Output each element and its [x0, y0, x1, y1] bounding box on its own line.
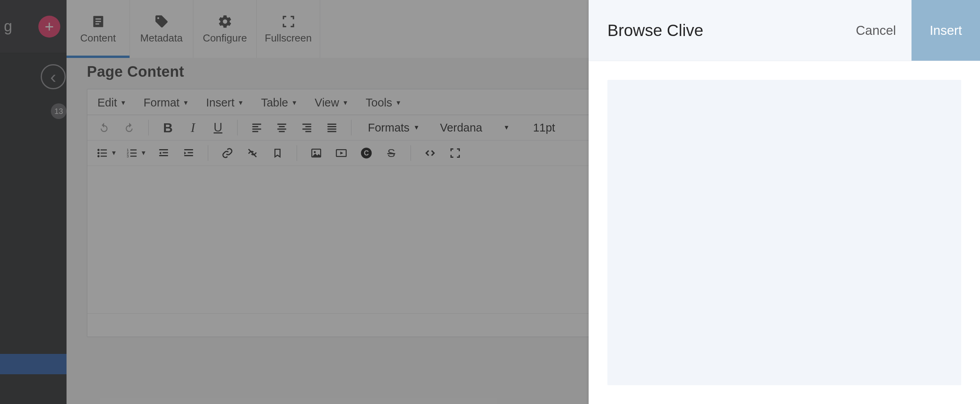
tab-label: Configure	[203, 32, 247, 44]
tab-label: Content	[80, 32, 116, 44]
source-code-button[interactable]	[422, 144, 438, 162]
link-button[interactable]	[219, 144, 236, 162]
caret-down-icon: ▼	[141, 150, 147, 157]
menu-view[interactable]: View▼	[315, 96, 348, 109]
document-icon	[91, 14, 106, 29]
svg-rect-20	[187, 152, 193, 153]
svg-text:3: 3	[127, 154, 129, 158]
insert-button[interactable]: Insert	[912, 0, 980, 61]
svg-point-23	[313, 151, 315, 153]
italic-button[interactable]: I	[185, 119, 201, 136]
tab-fullscreen[interactable]: Fullscreen	[257, 0, 320, 58]
strikethrough-button[interactable]: S	[383, 144, 400, 162]
svg-rect-16	[159, 149, 168, 150]
gear-icon	[218, 14, 232, 29]
add-button[interactable]	[38, 16, 60, 38]
unlink-button[interactable]	[244, 144, 261, 162]
underline-button[interactable]: U	[210, 119, 226, 136]
caret-down-icon: ▼	[111, 150, 117, 157]
bullet-list-button[interactable]: ▼	[96, 144, 117, 162]
anchor-button[interactable]	[269, 144, 286, 162]
svg-point-4	[97, 149, 99, 151]
menu-insert[interactable]: Insert▼	[206, 96, 244, 109]
left-strip-label-fragment: g	[4, 18, 13, 35]
menu-format[interactable]: Format▼	[144, 96, 189, 109]
svg-rect-14	[130, 153, 137, 154]
caret-down-icon: ▼	[120, 99, 126, 106]
tab-content[interactable]: Content	[67, 0, 130, 58]
menu-table[interactable]: Table▼	[261, 96, 297, 109]
align-justify-button[interactable]	[324, 119, 340, 136]
tag-icon	[154, 14, 169, 29]
caret-down-icon: ▼	[183, 99, 189, 106]
caret-down-icon: ▼	[395, 99, 402, 106]
font-size-select[interactable]: 11pt	[524, 121, 564, 134]
align-center-button[interactable]	[274, 119, 290, 136]
fullscreen-icon	[281, 14, 296, 29]
plus-icon	[45, 19, 54, 34]
formats-dropdown[interactable]: Formats▼	[362, 121, 425, 134]
tab-label: Fullscreen	[265, 32, 312, 44]
tab-configure[interactable]: Configure	[193, 0, 257, 58]
caret-down-icon: ▼	[413, 124, 420, 131]
svg-rect-13	[130, 150, 137, 151]
svg-rect-9	[101, 156, 107, 157]
undo-button[interactable]	[96, 119, 112, 136]
caret-down-icon: ▼	[238, 99, 244, 106]
align-right-button[interactable]	[299, 119, 315, 136]
svg-rect-2	[95, 21, 101, 22]
left-strip-selected-indicator	[0, 354, 67, 374]
svg-rect-8	[101, 153, 107, 154]
redo-button[interactable]	[121, 119, 137, 136]
editor-fullscreen-button[interactable]	[447, 144, 463, 162]
browse-panel: Browse Clive Cancel Insert	[589, 0, 980, 404]
svg-rect-21	[184, 155, 193, 156]
svg-rect-18	[159, 155, 168, 156]
svg-text:C: C	[364, 149, 369, 157]
numbered-list-button[interactable]: 123▼	[126, 144, 147, 162]
image-button[interactable]	[308, 144, 324, 162]
indent-button[interactable]	[180, 144, 197, 162]
svg-point-5	[97, 152, 99, 154]
clive-button[interactable]: C	[358, 144, 375, 162]
svg-rect-3	[95, 23, 99, 24]
caret-down-icon: ▼	[291, 99, 297, 106]
svg-rect-17	[162, 152, 168, 153]
svg-rect-7	[101, 150, 107, 151]
svg-point-6	[97, 155, 99, 157]
svg-rect-15	[130, 156, 137, 157]
back-button[interactable]	[41, 64, 66, 89]
menu-tools[interactable]: Tools▼	[366, 96, 402, 109]
outdent-button[interactable]	[155, 144, 172, 162]
caret-down-icon: ▼	[503, 124, 510, 131]
align-left-button[interactable]	[249, 119, 265, 136]
menu-edit[interactable]: Edit▼	[97, 96, 126, 109]
step-badge: 13	[51, 103, 67, 119]
tab-metadata[interactable]: Metadata	[130, 0, 193, 58]
chevron-left-icon	[50, 68, 56, 86]
media-button[interactable]	[333, 144, 349, 162]
left-nav-strip: g 13	[0, 0, 67, 404]
cancel-button[interactable]: Cancel	[840, 0, 912, 61]
svg-rect-1	[95, 18, 101, 20]
panel-content-area	[607, 80, 961, 385]
svg-rect-19	[184, 149, 193, 150]
panel-title: Browse Clive	[607, 21, 703, 40]
caret-down-icon: ▼	[342, 99, 348, 106]
bold-button[interactable]: B	[160, 119, 176, 136]
tab-label: Metadata	[140, 32, 182, 44]
font-family-select[interactable]: Verdana▼	[434, 121, 516, 134]
